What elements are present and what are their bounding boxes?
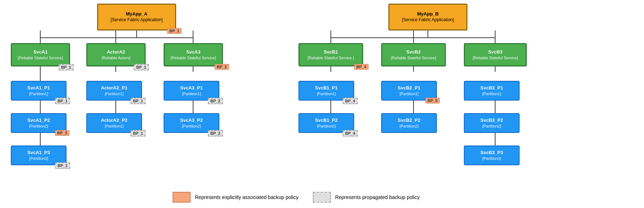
svcb1-title: SvcB1 xyxy=(324,49,338,55)
svca1-p1-title: SvcA1_P1 xyxy=(27,85,50,91)
actora2-p1-subtitle: [Partition1] xyxy=(105,91,124,96)
svca3-title: SvcA3 xyxy=(186,49,201,55)
svca3-p1-title: SvcA3_P1 xyxy=(180,85,203,91)
partition-svcb2-p2: SvcB2_P2 [Partition2] xyxy=(381,113,437,133)
app-myapp-b-title: MyApp_B xyxy=(417,11,439,17)
svcb3-p3-title: SvcB3_P3 xyxy=(480,150,503,156)
app-myapp-a-title: MyApp_A xyxy=(126,11,147,17)
partition-svcb3-p1: SvcB3_P1 [Partition1] xyxy=(464,81,520,101)
actora2-subtitle: [Reliable Actors] xyxy=(102,55,130,60)
svca3-subtitle: [Reliable Stateful Service] xyxy=(171,55,216,60)
badge-svcb1: BP_4 xyxy=(354,64,369,70)
svcb1-p2-title: SvcB1_P2 xyxy=(315,117,338,124)
badge-actora2-p1: BP_1 xyxy=(131,98,146,104)
service-svcb3: SvcB3 [Reliable Stateful Service] xyxy=(464,43,527,66)
legend-orange-label: Represents explicitly associated backup … xyxy=(195,194,298,200)
actora2-p2-subtitle: [Partition2] xyxy=(105,124,124,129)
badge-svcb2-p1: BP_5 xyxy=(425,98,440,103)
svca1-p2-subtitle: [Partition2] xyxy=(29,124,48,129)
svca1-title: SvcA1 xyxy=(33,49,48,55)
svcb3-p3-subtitle: [Partition3] xyxy=(482,156,501,161)
svca1-subtitle: [Reliable Stateful Service] xyxy=(18,55,63,60)
app-myapp-a: MyApp_A [Service Fabric Application] xyxy=(97,4,176,31)
svca3-p2-title: SvcA3_P2 xyxy=(180,117,203,124)
badge-actora2-p2: BP_1 xyxy=(131,130,146,137)
partition-svcb3-p2: SvcB3_P2 [Partition2] xyxy=(464,113,520,133)
svca3-p1-subtitle: [Partition1] xyxy=(182,91,201,96)
service-svca1: SvcA1 [Reliable Stateful Service] xyxy=(11,43,70,66)
service-svcb1: SvcB1 [Reliable Stateful Service ] xyxy=(298,43,363,66)
service-svcb2: SvcB2 [Reliable Stateful Service] xyxy=(381,43,446,66)
svcb2-p2-title: SvcB2_P2 xyxy=(398,117,420,124)
badge-svca3: BP_2 xyxy=(215,64,229,70)
svca1-p3-subtitle: [Partition3] xyxy=(29,156,48,161)
badge-svca1-p1: BP_1 xyxy=(55,98,70,104)
legend-orange: Represents explicitly associated backup … xyxy=(173,192,298,203)
badge-svcb1-p1: BP_4 xyxy=(343,98,358,104)
badge-actora2: BP_1 xyxy=(134,64,149,70)
svca3-p2-subtitle: [Partition2] xyxy=(182,124,201,129)
svcb2-p1-subtitle: [Partition1] xyxy=(399,91,419,96)
svcb1-p1-subtitle: [Partition1] xyxy=(317,91,336,96)
badge-svca3-p1: BP_2 xyxy=(208,98,223,104)
actora2-p2-title: ActorA2_P2 xyxy=(101,117,128,124)
svcb3-subtitle: [Reliable Stateful Service] xyxy=(473,55,518,60)
svcb3-p2-title: SvcB3_P2 xyxy=(480,117,503,124)
svca1-p3-title: SvcA1_P3 xyxy=(27,150,50,156)
badge-svca1-p3: BP_1 xyxy=(55,162,70,169)
legend-orange-box xyxy=(173,192,191,203)
svcb3-p1-subtitle: [Partition1] xyxy=(482,91,501,96)
service-actora2: ActorA2 [Reliable Actors] xyxy=(86,43,146,66)
svcb1-subtitle: [Reliable Stateful Service ] xyxy=(307,55,354,60)
svcb3-p1-title: SvcB3_P1 xyxy=(480,85,503,91)
svcb2-subtitle: [Reliable Stateful Service] xyxy=(391,55,436,60)
svcb2-title: SvcB2 xyxy=(406,49,421,55)
badge-svcb1-p2: BP_4 xyxy=(343,130,358,137)
svcb1-p2-subtitle: [Partition2] xyxy=(317,124,336,129)
app-myapp-b: MyApp_B [Service Fabric Application] xyxy=(388,4,467,31)
service-svca3: SvcA3 [Reliable Stateful Service] xyxy=(164,43,223,66)
legend-gray-box xyxy=(313,192,331,203)
legend-gray: Represents propagated backup policy xyxy=(313,192,420,203)
app-myapp-a-subtitle: [Service Fabric Application] xyxy=(111,17,163,23)
badge-myapp-a-bp1: BP_1 xyxy=(167,28,182,34)
legend: Represents explicitly associated backup … xyxy=(173,192,420,203)
svca1-p2-title: SvcA1_P2 xyxy=(27,117,50,124)
svcb2-p2-subtitle: [Partition2] xyxy=(399,124,419,129)
svcb3-p2-subtitle: [Partition2] xyxy=(482,124,501,129)
svcb1-p1-title: SvcB1_P1 xyxy=(315,85,338,91)
badge-svca3-p2: BP_2 xyxy=(208,130,223,137)
actora2-title: ActorA2 xyxy=(107,49,125,55)
connectors xyxy=(0,0,644,208)
badge-svca1-p2: BP_3 xyxy=(55,130,69,136)
diagram: MyApp_A [Service Fabric Application] BP_… xyxy=(0,0,644,208)
app-myapp-b-subtitle: [Service Fabric Application] xyxy=(402,17,454,23)
badge-svca1: BP_1 xyxy=(59,64,74,70)
actora2-p1-title: ActorA2_P1 xyxy=(101,85,128,91)
partition-svcb3-p3: SvcB3_P3 [Partition3] xyxy=(464,145,520,165)
svcb2-p1-title: SvcB2_P1 xyxy=(398,85,420,91)
legend-gray-label: Represents propagated backup policy xyxy=(335,194,420,200)
svca1-p1-subtitle: [Partition1] xyxy=(29,91,48,96)
svcb3-title: SvcB3 xyxy=(488,49,503,55)
